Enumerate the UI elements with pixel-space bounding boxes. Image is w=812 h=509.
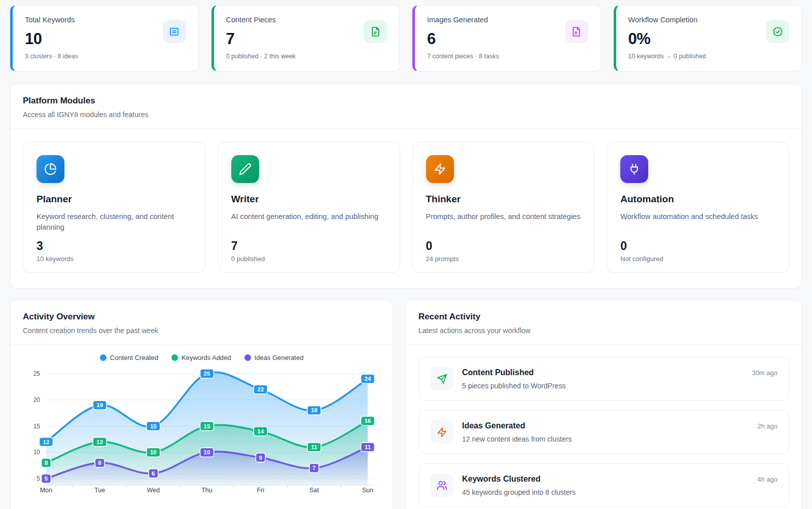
list-icon: [163, 20, 186, 43]
svg-text:Wed: Wed: [147, 487, 160, 494]
pencil-icon: [231, 155, 259, 183]
platform-modules-panel: Platform Modules Access all IGNY8 module…: [10, 84, 802, 288]
svg-text:24: 24: [365, 376, 371, 382]
module-card-writer[interactable]: Writer AI content generation, editing, a…: [218, 142, 400, 273]
svg-text:9: 9: [259, 455, 262, 461]
svg-text:5: 5: [45, 476, 48, 482]
legend-dot: [100, 354, 107, 361]
activity-item-keywords-clustered[interactable]: Keywords Clustered 45 keywords grouped i…: [418, 463, 789, 507]
zap-icon: [430, 420, 453, 444]
stat-value: 0%: [628, 30, 790, 48]
legend-item-keywords-added[interactable]: Keywords Added: [171, 354, 231, 361]
svg-text:10: 10: [150, 449, 157, 455]
svg-text:18: 18: [311, 407, 317, 413]
module-description: AI content generation, editing, and publ…: [231, 211, 386, 233]
module-description: Keyword research, clustering, and conten…: [37, 211, 192, 233]
recent-activity-panel: Recent Activity Latest actions across yo…: [406, 300, 802, 509]
activity-description: 5 pieces published to WordPress: [462, 382, 743, 390]
svg-text:11: 11: [365, 444, 371, 450]
file-text-icon: [364, 20, 387, 43]
activity-timestamp: 4h ago: [757, 474, 778, 483]
stats-row: Total Keywords 10 3 clusters · 8 ideas C…: [10, 5, 802, 71]
stat-subtext: 7 content pieces · 8 tasks: [427, 53, 588, 60]
chart-legend: Content Created Keywords Added Ideas Gen…: [11, 345, 393, 362]
activity-title: Keywords Clustered: [462, 475, 749, 484]
svg-text:25: 25: [204, 371, 210, 377]
legend-item-ideas-generated[interactable]: Ideas Generated: [244, 354, 304, 361]
svg-text:12: 12: [96, 439, 103, 445]
dashboard-page: Total Keywords 10 3 clusters · 8 ideas C…: [0, 0, 812, 509]
module-card-thinker[interactable]: Thinker Prompts, author profiles, and co…: [412, 142, 595, 273]
legend-dot: [244, 354, 251, 361]
activity-list: Content Published 5 pieces published to …: [406, 345, 801, 509]
svg-text:20: 20: [33, 396, 41, 404]
stat-label: Total Keywords: [25, 16, 186, 24]
stat-label: Content Pieces: [226, 16, 387, 24]
stat-subtext: 0 published · 2 this week: [226, 53, 387, 60]
svg-text:8: 8: [45, 460, 48, 466]
stat-subtext: 10 keywords → 0 published: [628, 53, 790, 60]
activity-chart: 5101520251219152522182481210151411165861…: [11, 362, 393, 509]
activity-title: Ideas Generated: [462, 421, 749, 430]
platform-modules-subtitle: Access all IGNY8 modules and features: [23, 111, 789, 119]
stat-value: 10: [25, 30, 186, 48]
module-subtext: Not configured: [620, 255, 775, 263]
platform-modules-title: Platform Modules: [23, 96, 789, 106]
svg-text:7: 7: [312, 465, 315, 471]
module-name: Planner: [37, 194, 192, 205]
activity-item-ideas-generated[interactable]: Ideas Generated 12 new content ideas fro…: [418, 410, 789, 454]
module-value: 0: [620, 239, 775, 253]
activity-title: Content Published: [462, 368, 743, 377]
svg-text:16: 16: [365, 418, 371, 424]
stat-value: 6: [427, 30, 588, 48]
activity-overview-subtitle: Content creation trends over the past we…: [23, 326, 380, 335]
activity-timestamp: 30m ago: [752, 367, 778, 377]
svg-text:15: 15: [204, 423, 210, 429]
svg-text:Thu: Thu: [201, 487, 213, 494]
stat-card-workflow-completion: Workflow Completion 0% 10 keywords → 0 p…: [614, 5, 802, 71]
activity-overview-panel: Activity Overview Content creation trend…: [10, 300, 393, 509]
modules-grid: Planner Keyword research, clustering, an…: [11, 129, 801, 288]
module-name: Thinker: [426, 194, 581, 205]
svg-text:8: 8: [98, 460, 101, 466]
svg-text:14: 14: [257, 428, 264, 434]
plug-icon: [620, 155, 648, 183]
activity-overview-title: Activity Overview: [23, 312, 380, 322]
zap-icon: [426, 155, 454, 183]
check-circle-icon: [766, 20, 789, 43]
recent-activity-title: Recent Activity: [418, 312, 789, 322]
svg-text:25: 25: [33, 370, 41, 377]
svg-text:10: 10: [204, 449, 210, 455]
module-subtext: 24 prompts: [426, 255, 581, 263]
module-card-automation[interactable]: Automation Workflow automation and sched…: [607, 142, 789, 273]
module-card-planner[interactable]: Planner Keyword research, clustering, an…: [23, 142, 205, 273]
stat-card-content-pieces: Content Pieces 7 0 published · 2 this we…: [211, 5, 400, 71]
activity-item-content-published[interactable]: Content Published 5 pieces published to …: [418, 357, 789, 401]
stat-subtext: 3 clusters · 8 ideas: [25, 53, 186, 60]
svg-text:22: 22: [257, 386, 264, 392]
svg-text:Fri: Fri: [257, 487, 264, 494]
svg-text:12: 12: [43, 439, 50, 445]
stat-label: Images Generated: [427, 16, 588, 24]
svg-text:19: 19: [96, 402, 103, 408]
activity-timestamp: 2h ago: [757, 420, 778, 430]
stat-value: 7: [226, 30, 387, 48]
stat-card-total-keywords: Total Keywords 10 3 clusters · 8 ideas: [10, 5, 199, 71]
svg-text:10: 10: [33, 449, 41, 456]
module-name: Automation: [620, 194, 775, 205]
svg-text:11: 11: [311, 444, 317, 450]
svg-text:15: 15: [150, 423, 157, 429]
svg-text:Sun: Sun: [362, 487, 373, 494]
module-name: Writer: [231, 194, 386, 205]
legend-label: Ideas Generated: [255, 354, 304, 361]
legend-item-content-created[interactable]: Content Created: [100, 354, 158, 361]
svg-text:Sat: Sat: [309, 487, 319, 494]
svg-text:6: 6: [152, 470, 155, 477]
pie-chart-icon: [37, 155, 64, 183]
stat-card-images-generated: Images Generated 6 7 content pieces · 8 …: [412, 5, 601, 71]
module-value: 7: [231, 239, 386, 253]
file-image-icon: [565, 20, 588, 43]
activity-description: 45 keywords grouped into 8 clusters: [462, 488, 749, 496]
activity-description: 12 new content ideas from clusters: [462, 435, 749, 443]
send-icon: [430, 367, 453, 390]
